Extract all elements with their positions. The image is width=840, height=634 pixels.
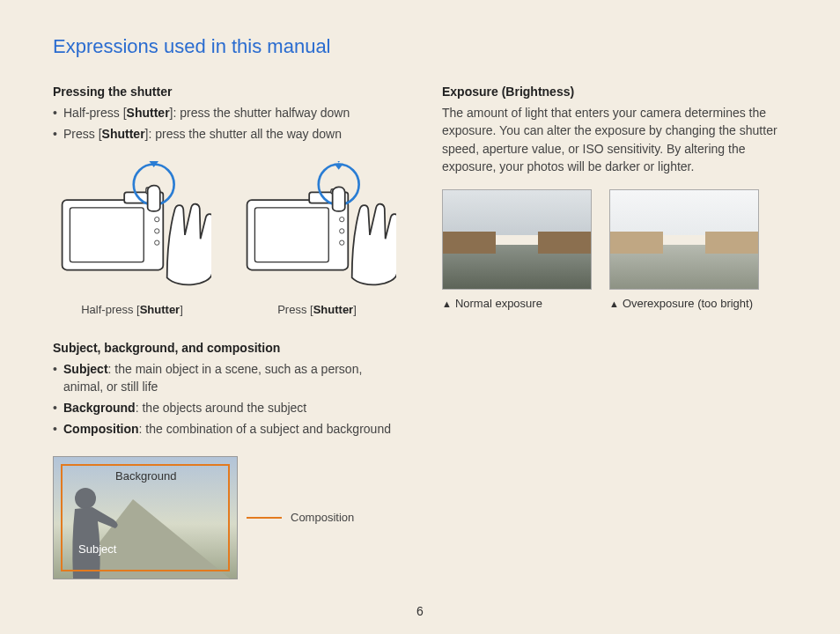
triangle-up-icon: ▲ bbox=[442, 299, 452, 309]
svg-marker-17 bbox=[334, 161, 343, 163]
camera-halfpress-icon bbox=[53, 161, 211, 293]
shutter-bullets: Half-press [Shutter]: press the shutter … bbox=[53, 104, 398, 144]
svg-marker-18 bbox=[334, 163, 343, 169]
composition-label: Composition bbox=[291, 511, 354, 524]
list-item: Press [Shutter]: press the shutter all t… bbox=[53, 125, 398, 143]
list-item: Composition: the combination of a subjec… bbox=[53, 420, 398, 438]
camera-fullpress-icon bbox=[238, 161, 396, 293]
half-press-figure: Half-press [Shutter] bbox=[53, 161, 211, 316]
list-item: Subject: the main object in a scene, suc… bbox=[53, 360, 398, 396]
normal-exposure-figure: ▲Normal exposure bbox=[442, 189, 592, 310]
section-heading-shutter: Pressing the shutter bbox=[53, 85, 398, 99]
figure-caption: ▲Overexposure (too bright) bbox=[609, 297, 759, 310]
subject-label: Subject bbox=[78, 542, 116, 556]
photo-normal-exposure bbox=[442, 189, 592, 290]
overexposure-figure: ▲Overexposure (too bright) bbox=[609, 189, 759, 310]
figure-caption: ▲Normal exposure bbox=[442, 297, 592, 310]
figure-caption: Press [Shutter] bbox=[238, 303, 396, 316]
figure-caption: Half-press [Shutter] bbox=[53, 303, 211, 316]
page-title: Expressions used in this manual bbox=[53, 35, 787, 58]
full-press-figure: Press [Shutter] bbox=[238, 161, 396, 316]
svg-rect-10 bbox=[254, 208, 328, 262]
svg-rect-1 bbox=[70, 208, 144, 262]
page-number: 6 bbox=[416, 604, 424, 618]
callout-line bbox=[247, 517, 282, 519]
section-heading-exposure: Exposure (Brightness) bbox=[442, 85, 787, 99]
left-column: Pressing the shutter Half-press [Shutter… bbox=[53, 85, 398, 579]
section-heading-composition: Subject, background, and composition bbox=[53, 341, 398, 355]
photo-overexposure bbox=[609, 189, 759, 290]
list-item: Background: the objects around the subje… bbox=[53, 399, 398, 417]
composition-illustration: Background Subject bbox=[53, 456, 238, 579]
list-item: Half-press [Shutter]: press the shutter … bbox=[53, 104, 398, 122]
background-label: Background bbox=[115, 469, 176, 483]
composition-bullets: Subject: the main object in a scene, suc… bbox=[53, 360, 398, 439]
exposure-paragraph: The amount of light that enters your cam… bbox=[442, 104, 787, 175]
triangle-up-icon: ▲ bbox=[609, 299, 619, 309]
right-column: Exposure (Brightness) The amount of ligh… bbox=[442, 85, 787, 579]
